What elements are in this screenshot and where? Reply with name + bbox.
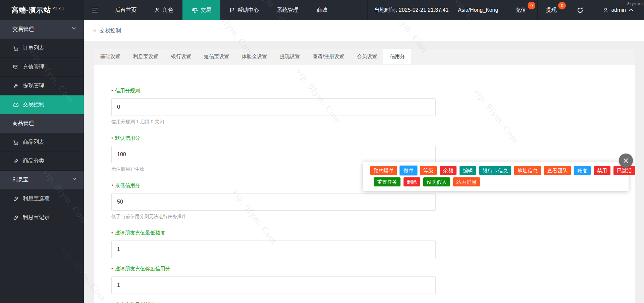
link-icon — [12, 196, 19, 202]
recharge-label: 充值 — [515, 7, 526, 14]
close-icon — [623, 158, 629, 164]
field-label-text: 默认信用分 — [115, 135, 140, 141]
breadcrumb-bar: » 交易控制 — [84, 20, 644, 41]
required-asterisk: * — [111, 230, 113, 236]
withdraw-badge: 0 — [558, 2, 566, 9]
action-bank-card-info-button[interactable]: 银行卡信息 — [479, 166, 511, 175]
topbar-right: 当地时间: 2025-02-21 21:37:41 Asia/Hong_Kong… — [367, 0, 644, 20]
tab-label: 银行设置 — [171, 53, 191, 60]
topmenu-mall-label: 商城 — [317, 7, 327, 14]
app-version: V2.2.1 — [53, 6, 64, 10]
flag-icon — [229, 7, 235, 13]
topmenu-help-label: 帮助中心 — [237, 7, 259, 14]
hamburger-icon — [92, 7, 98, 13]
action-site-message-button[interactable]: 站内消息 — [453, 177, 480, 186]
action-reset-task-button[interactable]: 重置任务 — [374, 177, 400, 186]
sidebar-item-recharge-manage[interactable]: 充值管理 — [0, 58, 84, 77]
sidebar-item-lixibao-options-label: 利息宝选项 — [23, 195, 50, 202]
action-view-team-button[interactable]: 查看团队 — [544, 166, 571, 175]
sidebar-item-withdraw-manage[interactable]: 提现管理 — [0, 77, 84, 95]
sidebar: 交易管理 订单列表 充值管理 提现管理 交易控制 商品管理 商品列表 — [0, 20, 84, 303]
field-label-text: 邀请朋友充值奖励信用分 — [115, 266, 170, 272]
field-hint: 信用分规则 1.启用 0.关闭 — [111, 119, 635, 125]
field-hint: 低于当前信用分则无法进行任务操作 — [111, 214, 635, 220]
field-spacer — [111, 258, 635, 265]
card-icon — [12, 64, 19, 70]
app-title: 高端-演示站 — [11, 5, 51, 15]
tab-basic-settings[interactable]: 基础设置 — [94, 49, 127, 64]
tab-label: 信用分 — [390, 53, 405, 60]
popup-close-button[interactable] — [619, 154, 633, 168]
user-icon — [603, 8, 608, 13]
action-do-order-button[interactable]: 做单 — [400, 166, 417, 175]
person-icon — [155, 7, 160, 13]
topmenu-system[interactable]: 系统管理 — [268, 0, 308, 20]
sidebar-toggle-button[interactable] — [84, 0, 106, 20]
sidebar-item-goods-category-label: 商品分类 — [23, 158, 44, 165]
action-level-button[interactable]: 等级 — [420, 166, 437, 175]
tab-withdraw-settings[interactable]: 提现设置 — [273, 49, 306, 64]
required-asterisk: * — [111, 183, 113, 189]
topmenu-trade-label: 交易 — [201, 7, 211, 14]
topbar: 高端-演示站 V2.2.1 后台首页 角色 交易 帮助中心 系统管理 商城 当地… — [0, 0, 644, 20]
tab-lixibao-settings[interactable]: 利息宝设置 — [127, 49, 165, 64]
credit-rule-input[interactable] — [111, 98, 436, 116]
recharge-badge: 0 — [528, 2, 535, 9]
action-set-fake-user-button[interactable]: 设为假人 — [423, 177, 450, 186]
breadcrumb: 交易控制 — [100, 27, 121, 34]
local-time: 当地时间: 2025-02-21 21:37:41 — [368, 7, 455, 14]
sidebar-group-goods-manage[interactable]: 商品管理 — [0, 114, 84, 133]
popup-button-row-2: 重置任务 删除 设为假人 站内消息 — [370, 177, 629, 186]
topmenu-roles[interactable]: 角色 — [146, 0, 182, 20]
action-disable-button[interactable]: 禁用 — [594, 166, 610, 175]
default-credit-input[interactable] — [111, 146, 436, 163]
sidebar-item-lixibao-records[interactable]: 利息宝记录 — [0, 208, 84, 227]
tab-member-settings[interactable]: 会员设置 — [351, 49, 383, 64]
action-address-info-button[interactable]: 地址信息 — [514, 166, 541, 175]
tab-credit-score[interactable]: 信用分 — [383, 49, 411, 64]
sidebar-group-goods-label: 商品管理 — [12, 120, 34, 127]
tab-trial-fund-settings[interactable]: 体验金设置 — [235, 49, 273, 64]
tab-invite-register-settings[interactable]: 邀请/注册设置 — [306, 49, 351, 64]
sidebar-item-withdraw-label: 提现管理 — [23, 82, 44, 89]
action-edit-button[interactable]: 编辑 — [460, 166, 476, 175]
action-reserve-burst-order-button[interactable]: 预约爆单 — [370, 166, 397, 175]
required-asterisk: * — [111, 88, 113, 94]
action-delete-button[interactable]: 删除 — [404, 177, 420, 186]
tab-sms-settings[interactable]: 短信宝设置 — [198, 49, 235, 64]
tab-label: 短信宝设置 — [204, 53, 229, 60]
invite-min-recharge-input[interactable] — [111, 241, 436, 258]
breadcrumb-arrows-icon: » — [93, 27, 97, 34]
topmenu-system-label: 系统管理 — [277, 7, 299, 14]
recharge-notify-button[interactable]: 充值 0 — [507, 0, 537, 20]
sidebar-item-order-list[interactable]: 订单列表 — [0, 39, 84, 58]
tab-bank-settings[interactable]: 银行设置 — [165, 49, 198, 64]
required-asterisk: * — [111, 266, 113, 272]
min-credit-input[interactable] — [111, 193, 436, 211]
field-label: * 默认信用分 — [111, 135, 635, 141]
topmenu-trade[interactable]: 交易 — [182, 0, 220, 20]
sidebar-item-trade-control[interactable]: 交易控制 — [0, 95, 84, 114]
sidebar-group-trade-manage[interactable]: 交易管理 — [0, 20, 84, 39]
action-account-change-button[interactable]: 账变 — [574, 166, 591, 175]
refresh-icon — [577, 7, 583, 13]
topmenu-dashboard-label: 后台首页 — [115, 7, 137, 14]
topmenu-help-center[interactable]: 帮助中心 — [220, 0, 268, 20]
sidebar-group-trade-label: 交易管理 — [12, 26, 34, 33]
tab-label: 利息宝设置 — [133, 53, 158, 60]
refresh-button[interactable] — [568, 0, 592, 20]
tab-label: 邀请/注册设置 — [313, 53, 344, 60]
topmenu-mall[interactable]: 商城 — [308, 0, 336, 20]
topmenu-dashboard[interactable]: 后台首页 — [106, 0, 146, 20]
sidebar-item-lixibao-options[interactable]: 利息宝选项 — [0, 189, 84, 208]
popup-button-row-1: 预约爆单 做单 等级 余额 编辑 银行卡信息 地址信息 查看团队 账变 禁用 已… — [370, 166, 629, 175]
invite-reward-credit-input[interactable] — [111, 276, 436, 294]
sidebar-item-goods-list[interactable]: 商品列表 — [0, 133, 84, 152]
scales-icon — [192, 7, 198, 13]
sidebar-group-lixibao[interactable]: 利息宝 — [0, 171, 84, 189]
form-field-invite-reward-credit: * 邀请朋友充值奖励信用分 — [111, 265, 635, 301]
topmenu-roles-label: 角色 — [163, 7, 173, 14]
withdraw-notify-button[interactable]: 提现 0 — [537, 0, 568, 20]
action-balance-button[interactable]: 余额 — [440, 166, 457, 175]
sidebar-item-goods-category[interactable]: 商品分类 — [0, 152, 84, 171]
